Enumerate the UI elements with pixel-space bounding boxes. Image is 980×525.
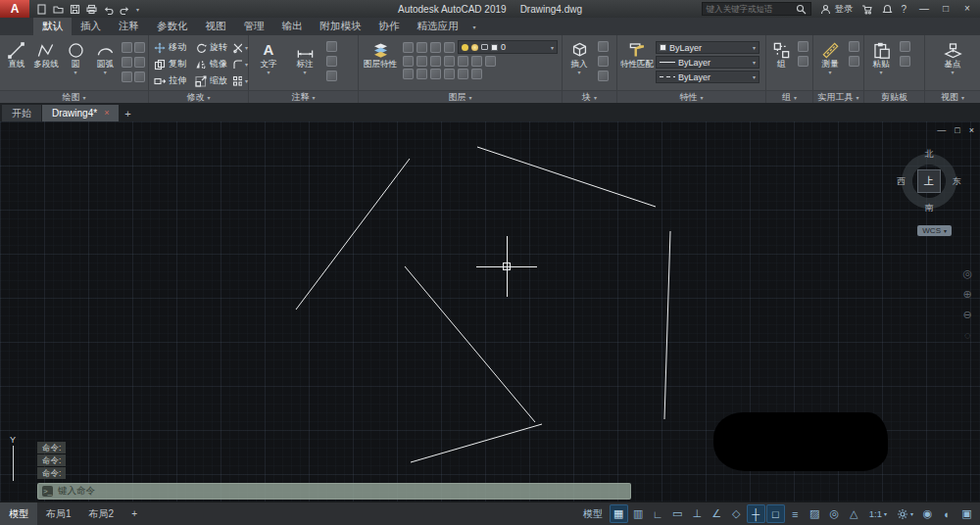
- layer-tool-icon[interactable]: [458, 56, 468, 67]
- layer-off-tool-icon[interactable]: [403, 42, 414, 53]
- object-snap-icon[interactable]: □: [766, 504, 785, 523]
- circle-flyout-arrow[interactable]: ▾: [74, 69, 77, 75]
- measure-tool[interactable]: 测量 ▾: [815, 37, 845, 90]
- layer-tool-icon[interactable]: [485, 56, 496, 67]
- search-input[interactable]: [706, 4, 792, 14]
- search-icon[interactable]: [794, 2, 808, 16]
- groups-panel-label[interactable]: 组▾: [766, 90, 812, 103]
- isometric-drafting-icon[interactable]: ◇: [727, 504, 746, 523]
- viewcube-top-face[interactable]: 上: [917, 169, 941, 193]
- match-properties-tool[interactable]: 特性匹配: [619, 37, 655, 90]
- command-line-customize-icon[interactable]: >_: [42, 486, 53, 497]
- draw-tool-icon[interactable]: [134, 57, 145, 68]
- draw-tool-icon[interactable]: [134, 72, 145, 82]
- layer-tool-icon[interactable]: [403, 69, 414, 79]
- group-edit-tool-icon[interactable]: [798, 56, 808, 67]
- transparency-icon[interactable]: ▨: [806, 504, 824, 523]
- workspace-switching-button[interactable]: ▾: [893, 508, 917, 520]
- ribbon-tab-collaborate[interactable]: 协作: [370, 18, 409, 35]
- close-tab-icon[interactable]: ×: [104, 109, 109, 118]
- cut-tool-icon[interactable]: [900, 41, 910, 52]
- clipboard-panel-label[interactable]: 剪贴板: [864, 90, 924, 103]
- properties-panel-label[interactable]: 特性▾: [617, 90, 765, 103]
- infer-constraints-icon[interactable]: ∟: [649, 504, 667, 523]
- paste-flyout-arrow[interactable]: ▾: [879, 69, 882, 75]
- quick-select-tool-icon[interactable]: [849, 41, 859, 52]
- layer-tool-icon[interactable]: [471, 56, 482, 67]
- viewcube-west-label[interactable]: 西: [897, 175, 906, 188]
- ribbon-tab-manage[interactable]: 管理: [235, 18, 273, 35]
- lineweight-dropdown[interactable]: ByLayer ▾: [656, 56, 760, 69]
- dynamic-input-icon[interactable]: ▭: [668, 504, 687, 523]
- help-search-box[interactable]: [702, 2, 811, 16]
- mirror-tool[interactable]: 镜像: [195, 58, 232, 71]
- osnap-tracking-icon[interactable]: ┼: [747, 504, 765, 523]
- insert-block-tool[interactable]: 插入 ▾: [564, 37, 594, 90]
- layer-tool-icon[interactable]: [471, 69, 482, 79]
- arc-flyout-arrow[interactable]: ▾: [104, 69, 107, 75]
- polar-tracking-icon[interactable]: ∠: [708, 504, 726, 523]
- polyline-tool[interactable]: 多段线: [31, 37, 60, 90]
- insert-flyout-arrow[interactable]: ▾: [577, 69, 580, 75]
- close-button[interactable]: ×: [956, 0, 978, 18]
- annotation-tool-icon[interactable]: [326, 71, 337, 81]
- minimize-button[interactable]: —: [913, 0, 935, 18]
- viewport-minimize-button[interactable]: —: [937, 125, 946, 135]
- customize-quick-access-dropdown[interactable]: ▾: [134, 6, 141, 13]
- ribbon-tab-view[interactable]: 视图: [197, 18, 235, 35]
- application-menu-button[interactable]: A: [0, 0, 29, 18]
- layer-properties-tool[interactable]: 图层特性: [361, 37, 400, 90]
- layer-tool-icon[interactable]: [416, 69, 427, 79]
- layout2-tab[interactable]: 布局2: [80, 502, 123, 525]
- drawing4-tab[interactable]: Drawing4* ×: [42, 105, 119, 121]
- open-button[interactable]: [51, 2, 66, 16]
- sign-in-button[interactable]: 登录: [818, 2, 853, 16]
- layer-tool-icon[interactable]: [430, 69, 441, 79]
- coordinate-system-dropdown[interactable]: WCS ▾: [917, 225, 952, 236]
- text-flyout-arrow[interactable]: ▾: [267, 69, 270, 75]
- start-tab[interactable]: 开始: [2, 105, 41, 121]
- move-tool[interactable]: 移动: [154, 41, 195, 54]
- model-layout-tab[interactable]: 模型: [0, 502, 37, 525]
- plot-button[interactable]: [84, 2, 99, 16]
- ribbon-display-options-dropdown[interactable]: ▾: [467, 18, 482, 35]
- layer-tool-icon[interactable]: [458, 69, 468, 79]
- layer-dropdown[interactable]: 0 ▾: [458, 40, 558, 54]
- viewcube[interactable]: 北 南 西 东 上: [897, 149, 961, 214]
- annotation-monitor-icon[interactable]: ◉: [918, 504, 937, 523]
- copy-clip-tool-icon[interactable]: [900, 56, 910, 67]
- layer-tool-icon[interactable]: [444, 69, 455, 79]
- fillet-tool[interactable]: ▾: [232, 59, 248, 71]
- viewcube-east-label[interactable]: 东: [953, 175, 961, 188]
- layer-tool-icon[interactable]: [403, 56, 414, 67]
- viewport-close-button[interactable]: ×: [969, 125, 974, 135]
- create-block-tool-icon[interactable]: [598, 41, 609, 52]
- full-navigation-wheel-icon[interactable]: ◎: [962, 268, 972, 279]
- draw-panel-label[interactable]: 绘图▾: [0, 90, 148, 103]
- multileader-tool-icon[interactable]: [326, 41, 337, 52]
- annotation-panel-label[interactable]: 注释▾: [249, 90, 358, 103]
- block-attributes-tool-icon[interactable]: [598, 71, 609, 81]
- maximize-button[interactable]: □: [935, 0, 956, 18]
- pan-icon[interactable]: ⊕: [963, 289, 972, 300]
- isolate-objects-icon[interactable]: ◐: [938, 504, 956, 523]
- layer-isolate-tool-icon[interactable]: [444, 42, 455, 53]
- viewcube-south-label[interactable]: 南: [925, 202, 934, 215]
- circle-tool[interactable]: 圆 ▾: [62, 37, 90, 90]
- object-color-dropdown[interactable]: ByLayer ▾: [656, 41, 760, 54]
- dimension-flyout-arrow[interactable]: ▾: [303, 69, 306, 75]
- command-line[interactable]: >_ 键入命令: [37, 483, 631, 500]
- viewcube-north-label[interactable]: 北: [925, 148, 934, 161]
- viewport-restore-button[interactable]: □: [955, 125, 959, 135]
- layout1-tab[interactable]: 布局1: [37, 502, 80, 525]
- layer-freeze-tool-icon[interactable]: [416, 42, 427, 53]
- ungroup-tool-icon[interactable]: [798, 41, 808, 52]
- ellipse-tool-icon[interactable]: [134, 42, 145, 53]
- trim-tool[interactable]: ▾: [232, 42, 248, 54]
- drawing-canvas[interactable]: — □ × 北 南 西 东 上 WCS ▾ ◎ ⊕ ⊖ ◌ Y 命令:: [0, 121, 980, 501]
- annotation-scale-button[interactable]: 1:1▾: [864, 508, 892, 519]
- ribbon-tab-addins[interactable]: 附加模块: [312, 18, 370, 35]
- new-layout-button[interactable]: +: [122, 502, 146, 525]
- zoom-icon[interactable]: ⊖: [963, 310, 972, 320]
- id-point-tool-icon[interactable]: [849, 56, 859, 67]
